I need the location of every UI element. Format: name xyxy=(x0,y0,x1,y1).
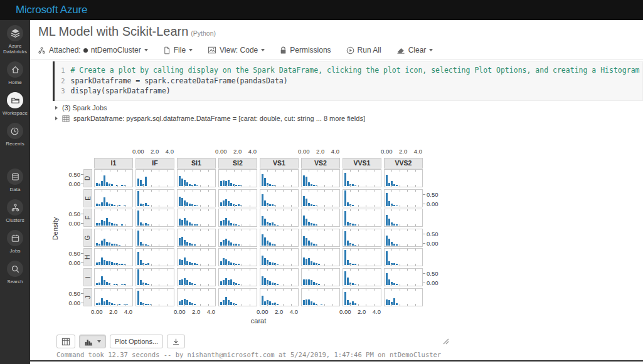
histogram-bar xyxy=(262,276,263,285)
histogram-bar xyxy=(140,242,142,246)
y-tick-label: 0.50 xyxy=(57,290,80,297)
histogram-bar xyxy=(349,263,351,265)
histogram-bar xyxy=(311,261,312,265)
histogram-bar xyxy=(147,263,149,265)
facet-cell xyxy=(218,229,257,247)
sidebar-item-home[interactable]: Home xyxy=(7,61,23,85)
cell-bottom-divider xyxy=(30,360,643,361)
histogram-bar xyxy=(191,303,193,305)
histogram-bar xyxy=(274,303,276,305)
histogram-bar xyxy=(354,185,356,186)
histogram-bar xyxy=(264,278,266,285)
facet-cell xyxy=(94,189,133,207)
histogram-bar xyxy=(347,222,349,226)
histogram-bar xyxy=(106,182,108,186)
sidebar-item-jobs[interactable]: Jobs xyxy=(7,230,23,254)
azure-brand: Microsoft Azure xyxy=(16,4,87,16)
histogram-bar xyxy=(352,224,354,226)
histogram-bar xyxy=(109,242,110,246)
facet-cell xyxy=(343,268,381,286)
histogram-bar xyxy=(269,204,271,206)
home-icon xyxy=(7,61,23,78)
histogram-bar xyxy=(311,242,312,246)
notebook-area: ML Model with Scikit-Learn(Python) Attac… xyxy=(30,20,643,364)
facet-cell xyxy=(94,248,133,266)
attached-label: Attached: xyxy=(49,46,81,55)
histogram-bar xyxy=(388,261,390,265)
sidebar-item-data[interactable]: Data xyxy=(7,169,23,192)
histogram-bar xyxy=(109,184,110,186)
histogram-bar xyxy=(396,244,398,246)
y-tick-mark xyxy=(81,174,83,175)
histogram-bar xyxy=(104,175,105,186)
permissions-button[interactable]: Permissions xyxy=(280,46,331,55)
histogram-bar xyxy=(142,263,144,265)
histogram-bar xyxy=(393,224,395,226)
code-editor[interactable]: 1# Create a plot by calling display on t… xyxy=(55,61,643,101)
histogram-bar xyxy=(186,221,188,226)
histogram-bar xyxy=(347,260,349,265)
histogram-bar xyxy=(386,236,388,246)
facet-cell xyxy=(301,268,340,286)
histogram-bar xyxy=(124,264,125,265)
sidebar-item-azure-databricks[interactable]: Azure Databricks xyxy=(1,25,29,55)
facet-cell xyxy=(301,189,340,207)
histogram-bar xyxy=(145,283,147,285)
facet-column-header: SI1 xyxy=(177,158,216,169)
facet-cell xyxy=(218,288,257,306)
histogram-bar xyxy=(318,284,320,285)
attached-cluster-dropdown[interactable]: Attached: ntDemoCluster xyxy=(38,46,148,55)
file-menu[interactable]: File xyxy=(163,46,193,55)
dataframe-toggle[interactable]: sparkDataframe: pyspark.sql.dataframe.Da… xyxy=(55,115,365,122)
histogram-bar xyxy=(101,241,103,246)
histogram-bar xyxy=(269,184,271,186)
x-tick-label: 4.0 xyxy=(290,308,298,315)
histogram-bar xyxy=(126,304,128,305)
histogram-bar xyxy=(181,279,183,285)
table-view-button[interactable] xyxy=(56,335,75,348)
histogram-bar xyxy=(267,203,268,206)
sidebar-item-search[interactable]: Search xyxy=(7,261,23,284)
histogram-bar xyxy=(233,184,235,186)
sidebar-item-recents[interactable]: Recents xyxy=(6,123,24,147)
histogram-bar xyxy=(306,238,307,246)
histogram-bar xyxy=(233,204,235,206)
histogram-bar xyxy=(109,302,110,305)
spark-jobs-toggle[interactable]: (3) Spark Jobs xyxy=(55,104,107,112)
facet-row-label: D xyxy=(83,169,92,187)
histogram-bar xyxy=(308,222,310,226)
histogram-bar xyxy=(274,185,276,186)
clear-menu[interactable]: Clear xyxy=(396,46,433,55)
histogram-bar xyxy=(272,244,274,246)
histogram-bar xyxy=(223,300,225,305)
histogram-bar xyxy=(233,282,235,285)
resize-handle[interactable] xyxy=(443,338,449,345)
histogram-bar xyxy=(142,204,144,206)
facet-cell xyxy=(218,209,257,227)
histogram-bar xyxy=(119,264,120,265)
histogram-bar xyxy=(189,204,191,206)
row-label-text: G xyxy=(85,235,92,240)
sidebar-item-clusters[interactable]: Clusters xyxy=(6,199,24,223)
facet-cell xyxy=(301,169,340,187)
histogram-bar xyxy=(235,185,237,186)
facet-cell xyxy=(177,209,216,227)
download-button[interactable] xyxy=(167,335,185,348)
histogram-bar xyxy=(274,244,276,246)
sidebar-item-workspace[interactable]: Workspace xyxy=(3,92,28,116)
histogram-bar xyxy=(272,222,274,226)
workspace-icon xyxy=(7,92,23,108)
histogram-bar xyxy=(269,281,271,285)
histogram-bar xyxy=(98,303,100,305)
histogram-bar xyxy=(262,296,263,305)
facet-cell xyxy=(343,229,381,247)
histogram-bar xyxy=(262,256,263,265)
histogram-bar xyxy=(308,203,310,206)
histogram-bar xyxy=(189,282,191,285)
chart-view-button[interactable] xyxy=(79,335,106,348)
histogram-bar xyxy=(98,244,100,246)
run-all-button[interactable]: Run All xyxy=(346,46,381,55)
histogram-bar xyxy=(228,261,230,265)
plot-options-button[interactable]: Plot Options... xyxy=(110,335,163,348)
view-menu[interactable]: View: Code xyxy=(208,46,265,55)
